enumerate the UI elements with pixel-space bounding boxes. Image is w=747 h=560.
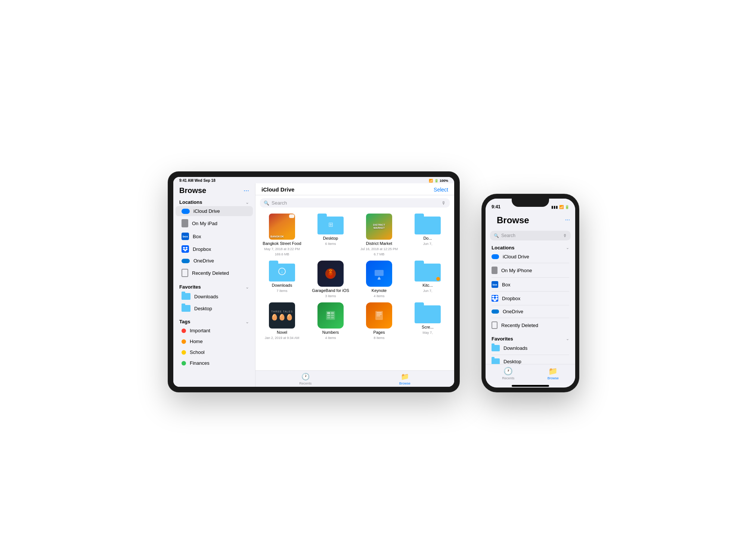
iphone-scroll-area[interactable]: Browse ··· 🔍 Search 🎙 Locations ⌄ iCloud… <box>486 212 575 364</box>
iphone-item-onedrive[interactable]: OneDrive <box>486 306 575 317</box>
ipad-browse-title: Browse <box>179 186 206 195</box>
sidebar-item-box[interactable]: box Box <box>176 230 253 242</box>
desktop-folder-icon <box>182 305 190 312</box>
iphone-tab-recents[interactable]: 🕐 Recents <box>502 367 514 380</box>
ipad-tags-chevron[interactable]: ⌄ <box>245 319 249 324</box>
iphone-favorites-chevron[interactable]: ⌄ <box>566 336 569 341</box>
grid-item-pages[interactable]: Pages 8 items <box>357 302 401 340</box>
grid-item-meta: 8 items <box>374 336 384 340</box>
ipad-search-bar[interactable]: 🔍 Search 🎙 <box>260 198 450 208</box>
grid-item-garageband[interactable]: GarageBand for iOS 3 items <box>309 261 353 298</box>
ipad-tab-browse[interactable]: 📁 Browse <box>399 373 410 385</box>
grid-item-kitchen[interactable]: Kitc... Jun 7, <box>406 261 450 298</box>
ipad-file-grid: BANGKOK Bangkok Street Food May 7, 2018 … <box>255 211 454 370</box>
sidebar-item-on-my-ipad[interactable]: On My iPad <box>176 217 253 230</box>
iphone-desktop-folder-icon <box>492 358 500 364</box>
grid-item-novel[interactable]: THREE TALES 🥚🥚🥚 Novel Jan 2, 2019 at 9:3… <box>260 302 304 340</box>
sidebar-item-downloads[interactable]: Downloads <box>176 291 253 302</box>
iphone-box-icon: box <box>492 281 498 288</box>
grid-item-screenshots[interactable]: Scre... May 7, <box>406 302 450 340</box>
svg-rect-8 <box>327 312 330 314</box>
grid-item-desktop[interactable]: ⊞ Desktop 6 items <box>309 214 353 256</box>
desktop-folder: ⊞ <box>317 214 344 234</box>
grid-item-name: GarageBand for iOS <box>312 288 349 293</box>
sidebar-item-label: Desktop <box>194 306 212 311</box>
grid-item-name: Kitc... <box>422 283 433 287</box>
iphone-item-desktop[interactable]: Desktop <box>486 356 575 364</box>
iphone-mic-icon[interactable]: 🎙 <box>563 233 567 238</box>
ipad-favorites-chevron[interactable]: ⌄ <box>245 284 249 290</box>
pages-app-icon <box>366 302 392 329</box>
sidebar-item-tag-important[interactable]: Important <box>176 326 253 336</box>
keynote-app-icon <box>366 261 392 287</box>
iphone-item-recently-deleted[interactable]: Recently Deleted <box>486 319 575 332</box>
iphone-more-button[interactable]: ··· <box>565 217 570 223</box>
ipad-select-button[interactable]: Select <box>434 187 448 193</box>
sidebar-item-label: Box <box>193 234 201 239</box>
iphone-item-label: Downloads <box>503 345 527 351</box>
ipad-locations-chevron[interactable]: ⌄ <box>245 200 249 205</box>
iphone-item-downloads[interactable]: Downloads <box>486 342 575 354</box>
sidebar-item-recently-deleted[interactable]: Recently Deleted <box>176 267 253 279</box>
grid-item-name: Bangkok Street Food <box>263 241 301 246</box>
ipad-battery: 🔋 100% <box>434 179 448 183</box>
sidebar-item-tag-finances[interactable]: Finances <box>176 358 253 368</box>
recents-tab-icon: 🕐 <box>301 373 310 381</box>
grid-item-name: Scre... <box>422 325 434 329</box>
sidebar-item-dropbox[interactable]: Dropbox <box>176 243 253 255</box>
ipad-main-title: iCloud Drive <box>261 186 294 193</box>
grid-item-numbers[interactable]: Numbers 4 items <box>309 302 353 340</box>
iphone-home-indicator[interactable] <box>512 385 549 387</box>
numbers-app-icon <box>317 302 344 329</box>
sidebar-item-onedrive[interactable]: OneDrive <box>176 256 253 266</box>
ipad-wifi-icon: 📶 <box>429 179 433 183</box>
iphone-tab-browse[interactable]: 📁 Browse <box>548 367 559 380</box>
grid-item-keynote[interactable]: Keynote 4 items <box>357 261 401 298</box>
ipad-sidebar: Browse ··· Locations ⌄ iCloud Drive <box>173 183 255 387</box>
ipad-more-button[interactable]: ··· <box>244 187 249 195</box>
ipad-tab-bar: 🕐 Recents 📁 Browse <box>255 370 454 387</box>
grid-item-district[interactable]: DISTRICT MARKET District Market Jul 16, … <box>357 214 401 256</box>
sidebar-item-icloud-drive[interactable]: iCloud Drive <box>176 206 253 216</box>
iphone-onedrive-icon <box>492 309 499 314</box>
iphone-item-on-my-phone[interactable]: On My iPhone <box>486 264 575 277</box>
grid-item-name: Downloads <box>272 283 292 287</box>
iphone-item-icloud[interactable]: iCloud Drive <box>486 251 575 262</box>
sidebar-item-label: Important <box>190 328 210 333</box>
grid-item-doc[interactable]: Do... Jun 7, <box>406 214 450 256</box>
grid-item-name: Numbers <box>322 330 339 335</box>
sidebar-item-desktop[interactable]: Desktop <box>176 303 253 314</box>
grid-item-meta: 4 items <box>374 294 384 298</box>
iphone-search-icon: 🔍 <box>494 233 499 238</box>
iphone-recents-tab-icon: 🕐 <box>503 367 513 376</box>
ipad-recents-label: Recents <box>299 382 311 385</box>
grid-item-meta2: 6.7 MB <box>374 252 385 256</box>
iphone-signal-icon: ▮▮▮ <box>551 205 558 209</box>
downloads-folder-icon <box>182 293 190 300</box>
iphone-recents-tab-label: Recents <box>502 376 514 380</box>
iphone-wifi-icon: 📶 <box>559 205 564 209</box>
iphone-search-bar[interactable]: 🔍 Search 🎙 <box>490 231 571 240</box>
iphone-item-dropbox[interactable]: Dropbox <box>486 292 575 304</box>
mic-icon[interactable]: 🎙 <box>441 200 446 206</box>
grid-item-name: Do... <box>423 236 432 240</box>
ipad-status-time: 9:41 AM Wed Sep 18 <box>179 178 216 183</box>
ipad-tags-header: Tags <box>179 319 190 324</box>
download-arrow-icon: ↓ <box>278 268 286 275</box>
iphone-item-box[interactable]: box Box <box>486 279 575 290</box>
sidebar-item-label: Home <box>190 339 203 344</box>
svg-rect-16 <box>376 314 382 315</box>
ipad-main-content: iCloud Drive Select 🔍 Search 🎙 <box>255 183 454 387</box>
grid-item-downloads[interactable]: ↓ Downloads 7 items <box>260 261 304 298</box>
iphone-status-time: 9:41 <box>492 204 500 209</box>
grid-item-bangkok[interactable]: BANGKOK Bangkok Street Food May 7, 2018 … <box>260 214 304 256</box>
sidebar-item-tag-home[interactable]: Home <box>176 336 253 346</box>
iphone-locations-chevron[interactable]: ⌄ <box>566 245 569 250</box>
downloads-folder: ↓ <box>269 261 295 281</box>
svg-rect-15 <box>376 312 382 313</box>
ipad-tab-recents[interactable]: 🕐 Recents <box>299 373 311 385</box>
dropbox-icon <box>182 245 189 253</box>
sidebar-item-label: Dropbox <box>193 246 211 252</box>
svg-rect-13 <box>331 317 334 318</box>
sidebar-item-tag-school[interactable]: School <box>176 347 253 357</box>
